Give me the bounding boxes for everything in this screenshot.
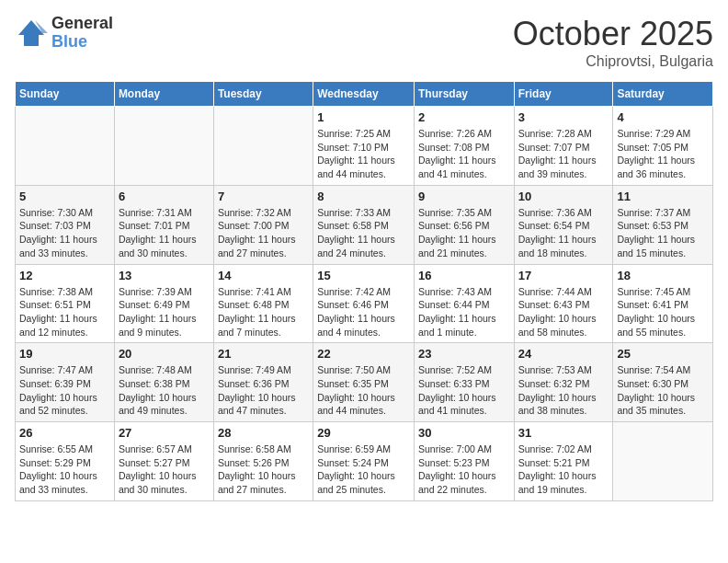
calendar-cell: 15Sunrise: 7:42 AMSunset: 6:46 PMDayligh… [313, 264, 415, 343]
calendar-cell: 3Sunrise: 7:28 AMSunset: 7:07 PMDaylight… [514, 107, 613, 186]
day-info: Sunrise: 7:43 AMSunset: 6:44 PMDaylight:… [418, 285, 510, 339]
day-info: Sunrise: 7:36 AMSunset: 6:54 PMDaylight:… [518, 206, 609, 260]
day-number: 10 [518, 190, 609, 203]
calendar-cell [16, 107, 115, 186]
day-number: 29 [317, 426, 410, 440]
day-number: 18 [617, 269, 709, 282]
day-info: Sunrise: 7:28 AMSunset: 7:07 PMDaylight:… [518, 127, 609, 181]
calendar-cell: 16Sunrise: 7:43 AMSunset: 6:44 PMDayligh… [414, 264, 514, 343]
day-number: 6 [119, 190, 210, 203]
day-info: Sunrise: 7:00 AMSunset: 5:23 PMDaylight:… [418, 442, 510, 497]
calendar-cell: 27Sunrise: 6:57 AMSunset: 5:27 PMDayligh… [114, 422, 213, 501]
day-info: Sunrise: 6:58 AMSunset: 5:26 PMDaylight:… [218, 442, 309, 497]
calendar-cell: 11Sunrise: 7:37 AMSunset: 6:53 PMDayligh… [613, 185, 713, 264]
day-number: 5 [19, 190, 110, 203]
day-number: 3 [518, 110, 609, 124]
day-info: Sunrise: 7:32 AMSunset: 7:00 PMDaylight:… [218, 206, 309, 260]
day-info: Sunrise: 7:02 AMSunset: 5:21 PMDaylight:… [518, 442, 609, 497]
weekday-header: Monday [114, 82, 213, 107]
day-number: 27 [119, 426, 210, 440]
calendar-cell [114, 107, 213, 186]
calendar-cell: 22Sunrise: 7:50 AMSunset: 6:35 PMDayligh… [313, 343, 415, 422]
calendar-cell: 1Sunrise: 7:25 AMSunset: 7:10 PMDaylight… [313, 107, 415, 186]
calendar-cell: 30Sunrise: 7:00 AMSunset: 5:23 PMDayligh… [414, 422, 514, 501]
day-info: Sunrise: 7:31 AMSunset: 7:01 PMDaylight:… [119, 206, 210, 260]
calendar-cell: 31Sunrise: 7:02 AMSunset: 5:21 PMDayligh… [514, 422, 613, 501]
calendar-cell: 5Sunrise: 7:30 AMSunset: 7:03 PMDaylight… [16, 185, 115, 264]
day-info: Sunrise: 6:55 AMSunset: 5:29 PMDaylight:… [19, 442, 110, 497]
logo-general-text: General [51, 15, 113, 33]
day-number: 17 [518, 269, 609, 282]
day-number: 24 [518, 347, 609, 361]
day-info: Sunrise: 7:45 AMSunset: 6:41 PMDaylight:… [617, 285, 709, 339]
day-number: 16 [418, 269, 510, 282]
day-info: Sunrise: 7:52 AMSunset: 6:33 PMDaylight:… [418, 363, 510, 418]
day-number: 7 [218, 190, 309, 203]
day-number: 12 [19, 269, 110, 282]
day-info: Sunrise: 7:49 AMSunset: 6:36 PMDaylight:… [218, 363, 309, 418]
calendar-cell: 29Sunrise: 6:59 AMSunset: 5:24 PMDayligh… [313, 422, 415, 501]
calendar-header-row: SundayMondayTuesdayWednesdayThursdayFrid… [16, 82, 713, 107]
day-number: 2 [418, 110, 510, 124]
calendar-cell: 28Sunrise: 6:58 AMSunset: 5:26 PMDayligh… [213, 422, 313, 501]
calendar-cell: 24Sunrise: 7:53 AMSunset: 6:32 PMDayligh… [514, 343, 613, 422]
day-info: Sunrise: 7:47 AMSunset: 6:39 PMDaylight:… [19, 363, 110, 418]
day-info: Sunrise: 6:59 AMSunset: 5:24 PMDaylight:… [317, 442, 410, 497]
calendar-cell: 14Sunrise: 7:41 AMSunset: 6:48 PMDayligh… [213, 264, 313, 343]
weekday-header: Saturday [613, 82, 713, 107]
calendar-cell: 13Sunrise: 7:39 AMSunset: 6:49 PMDayligh… [114, 264, 213, 343]
calendar-cell [213, 107, 313, 186]
calendar-cell [613, 422, 713, 501]
day-number: 13 [119, 269, 210, 282]
day-info: Sunrise: 7:30 AMSunset: 7:03 PMDaylight:… [19, 206, 110, 260]
day-number: 19 [19, 347, 110, 361]
day-info: Sunrise: 7:50 AMSunset: 6:35 PMDaylight:… [317, 363, 410, 418]
logo-blue-text: Blue [51, 33, 113, 52]
day-info: Sunrise: 7:33 AMSunset: 6:58 PMDaylight:… [317, 206, 410, 260]
day-info: Sunrise: 7:44 AMSunset: 6:43 PMDaylight:… [518, 285, 609, 339]
calendar-cell: 7Sunrise: 7:32 AMSunset: 7:00 PMDaylight… [213, 185, 313, 264]
calendar-week-row: 1Sunrise: 7:25 AMSunset: 7:10 PMDaylight… [16, 107, 713, 186]
location-text: Chiprovtsi, Bulgaria [513, 53, 713, 70]
title-block: October 2025 Chiprovtsi, Bulgaria [513, 15, 713, 70]
weekday-header: Sunday [16, 82, 115, 107]
day-number: 31 [518, 426, 609, 440]
weekday-header: Friday [514, 82, 613, 107]
calendar-cell: 23Sunrise: 7:52 AMSunset: 6:33 PMDayligh… [414, 343, 514, 422]
calendar-cell: 21Sunrise: 7:49 AMSunset: 6:36 PMDayligh… [213, 343, 313, 422]
calendar-cell: 2Sunrise: 7:26 AMSunset: 7:08 PMDaylight… [414, 107, 514, 186]
calendar-cell: 12Sunrise: 7:38 AMSunset: 6:51 PMDayligh… [16, 264, 115, 343]
day-info: Sunrise: 7:38 AMSunset: 6:51 PMDaylight:… [19, 285, 110, 339]
day-info: Sunrise: 7:35 AMSunset: 6:56 PMDaylight:… [418, 206, 510, 260]
calendar-cell: 26Sunrise: 6:55 AMSunset: 5:29 PMDayligh… [16, 422, 115, 501]
day-number: 28 [218, 426, 309, 440]
day-number: 21 [218, 347, 309, 361]
calendar-week-row: 26Sunrise: 6:55 AMSunset: 5:29 PMDayligh… [16, 422, 713, 501]
day-number: 8 [317, 190, 410, 203]
day-info: Sunrise: 7:48 AMSunset: 6:38 PMDaylight:… [119, 363, 210, 418]
month-title: October 2025 [513, 15, 713, 53]
day-number: 11 [617, 190, 709, 203]
day-number: 23 [418, 347, 510, 361]
day-info: Sunrise: 7:41 AMSunset: 6:48 PMDaylight:… [218, 285, 309, 339]
calendar-cell: 25Sunrise: 7:54 AMSunset: 6:30 PMDayligh… [613, 343, 713, 422]
calendar-week-row: 12Sunrise: 7:38 AMSunset: 6:51 PMDayligh… [16, 264, 713, 343]
svg-marker-0 [18, 20, 44, 46]
calendar-cell: 4Sunrise: 7:29 AMSunset: 7:05 PMDaylight… [613, 107, 713, 186]
calendar-cell: 8Sunrise: 7:33 AMSunset: 6:58 PMDaylight… [313, 185, 415, 264]
day-number: 30 [418, 426, 510, 440]
calendar-table: SundayMondayTuesdayWednesdayThursdayFrid… [15, 81, 713, 501]
calendar-cell: 9Sunrise: 7:35 AMSunset: 6:56 PMDaylight… [414, 185, 514, 264]
day-info: Sunrise: 6:57 AMSunset: 5:27 PMDaylight:… [119, 442, 210, 497]
calendar-cell: 18Sunrise: 7:45 AMSunset: 6:41 PMDayligh… [613, 264, 713, 343]
page-header: General Blue October 2025 Chiprovtsi, Bu… [15, 15, 713, 70]
day-number: 22 [317, 347, 410, 361]
day-number: 4 [617, 110, 709, 124]
day-info: Sunrise: 7:37 AMSunset: 6:53 PMDaylight:… [617, 206, 709, 260]
day-info: Sunrise: 7:54 AMSunset: 6:30 PMDaylight:… [617, 363, 709, 418]
day-info: Sunrise: 7:29 AMSunset: 7:05 PMDaylight:… [617, 127, 709, 181]
day-number: 15 [317, 269, 410, 282]
day-info: Sunrise: 7:26 AMSunset: 7:08 PMDaylight:… [418, 127, 510, 181]
calendar-week-row: 19Sunrise: 7:47 AMSunset: 6:39 PMDayligh… [16, 343, 713, 422]
day-number: 26 [19, 426, 110, 440]
